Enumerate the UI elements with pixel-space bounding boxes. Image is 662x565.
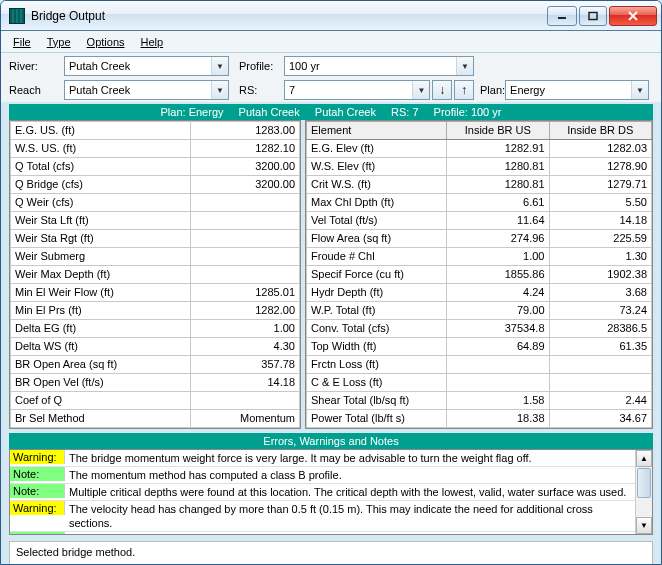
row-ds: 1282.03 — [549, 140, 652, 158]
svg-rect-1 — [589, 12, 597, 19]
profile-label: Profile: — [229, 60, 284, 72]
row-label: Weir Submerg — [11, 248, 191, 266]
row-value: 4.30 — [191, 338, 300, 356]
row-label: Weir Max Depth (ft) — [11, 266, 191, 284]
row-label: Vel Total (ft/s) — [307, 212, 447, 230]
row-us: 4.24 — [447, 284, 550, 302]
row-label: Top Width (ft) — [307, 338, 447, 356]
ewn-header: Errors, Warnings and Notes — [9, 433, 653, 449]
row-label: Shear Total (lb/sq ft) — [307, 392, 447, 410]
table-row: Min El Prs (ft)1282.00 — [11, 302, 300, 320]
row-value: 1285.01 — [191, 284, 300, 302]
row-value: 1283.00 — [191, 122, 300, 140]
table-row: Coef of Q — [11, 392, 300, 410]
col-element: Element — [307, 122, 447, 140]
row-label: W.S. Elev (ft) — [307, 158, 447, 176]
ewn-row: Note:Multiple critical depths were found… — [10, 484, 635, 501]
tables: E.G. US. (ft)1283.00W.S. US. (ft)1282.10… — [9, 120, 653, 429]
row-label: C & E Loss (ft) — [307, 374, 447, 392]
river-combo[interactable]: Putah Creek▼ — [64, 56, 229, 76]
ewn-row: Note:The energy method has computed a cl… — [10, 532, 635, 535]
row-label: Delta EG (ft) — [11, 320, 191, 338]
row-ds: 73.24 — [549, 302, 652, 320]
table-row: Max Chl Dpth (ft)6.615.50 — [307, 194, 652, 212]
row-value — [191, 212, 300, 230]
ewn-message: The bridge momentum weight force is very… — [65, 450, 536, 466]
row-ds: 1278.90 — [549, 158, 652, 176]
close-button[interactable] — [609, 6, 657, 26]
scroll-up-button[interactable]: ▲ — [636, 450, 652, 467]
row-us: 6.61 — [447, 194, 550, 212]
menubar: File Type Options Help — [1, 31, 661, 53]
menu-options[interactable]: Options — [81, 34, 131, 50]
chevron-down-icon: ▼ — [211, 81, 228, 99]
row-label: BR Open Vel (ft/s) — [11, 374, 191, 392]
chevron-down-icon: ▼ — [412, 81, 429, 99]
row-label: Weir Sta Rgt (ft) — [11, 230, 191, 248]
scrollbar[interactable]: ▲ ▼ — [635, 450, 652, 534]
row-us: 37534.8 — [447, 320, 550, 338]
reach-combo[interactable]: Putah Creek▼ — [64, 80, 229, 100]
row-label: Frctn Loss (ft) — [307, 356, 447, 374]
plan-combo[interactable]: Energy▼ — [505, 80, 649, 100]
row-us — [447, 356, 550, 374]
row-label: Q Bridge (cfs) — [11, 176, 191, 194]
row-ds: 3.68 — [549, 284, 652, 302]
row-label: Br Sel Method — [11, 410, 191, 428]
table-row: W.P. Total (ft)79.0073.24 — [307, 302, 652, 320]
rs-up-button[interactable]: ↑ — [454, 80, 474, 100]
menu-file[interactable]: File — [7, 34, 37, 50]
row-label: Weir Sta Lft (ft) — [11, 212, 191, 230]
row-label: Delta WS (ft) — [11, 338, 191, 356]
row-label: Specif Force (cu ft) — [307, 266, 447, 284]
table-row: Shear Total (lb/sq ft)1.582.44 — [307, 392, 652, 410]
row-ds: 34.67 — [549, 410, 652, 428]
row-ds: 61.35 — [549, 338, 652, 356]
table-row: W.S. Elev (ft)1280.811278.90 — [307, 158, 652, 176]
row-label: Coef of Q — [11, 392, 191, 410]
ewn-message: Multiple critical depths were found at t… — [65, 484, 630, 500]
table-row: Delta WS (ft)4.30 — [11, 338, 300, 356]
table-row: Specif Force (cu ft)1855.861902.38 — [307, 266, 652, 284]
table-row: Q Bridge (cfs)3200.00 — [11, 176, 300, 194]
row-us: 1.58 — [447, 392, 550, 410]
row-ds — [549, 374, 652, 392]
ewn-row: Warning:The bridge momentum weight force… — [10, 450, 635, 467]
row-us: 1.00 — [447, 248, 550, 266]
row-label: Power Total (lb/ft s) — [307, 410, 447, 428]
row-ds — [549, 356, 652, 374]
table-row: Crit W.S. (ft)1280.811279.71 — [307, 176, 652, 194]
table-row: BR Open Vel (ft/s)14.18 — [11, 374, 300, 392]
table-row: Hydr Depth (ft)4.243.68 — [307, 284, 652, 302]
row-value: 1282.10 — [191, 140, 300, 158]
menu-type[interactable]: Type — [41, 34, 77, 50]
scroll-down-button[interactable]: ▼ — [636, 517, 652, 534]
row-label: Flow Area (sq ft) — [307, 230, 447, 248]
ewn-tag: Note: — [10, 467, 65, 481]
river-label: River: — [9, 60, 64, 72]
chevron-down-icon: ▼ — [631, 81, 648, 99]
scroll-thumb[interactable] — [637, 468, 651, 498]
table-row: Froude # Chl1.001.30 — [307, 248, 652, 266]
maximize-button[interactable] — [579, 6, 607, 26]
table-row: Weir Sta Lft (ft) — [11, 212, 300, 230]
menu-help[interactable]: Help — [135, 34, 170, 50]
row-label: Hydr Depth (ft) — [307, 284, 447, 302]
profile-combo[interactable]: 100 yr▼ — [284, 56, 474, 76]
row-us: 1282.91 — [447, 140, 550, 158]
titlebar: Bridge Output — [1, 1, 661, 31]
minimize-button[interactable] — [547, 6, 577, 26]
row-us: 1280.81 — [447, 158, 550, 176]
row-value — [191, 230, 300, 248]
status-bar: Selected bridge method. — [9, 541, 653, 565]
rs-combo[interactable]: 7▼ — [284, 80, 430, 100]
row-ds: 225.59 — [549, 230, 652, 248]
table-row: Vel Total (ft/s)11.6414.18 — [307, 212, 652, 230]
row-ds: 1279.71 — [549, 176, 652, 194]
row-label: BR Open Area (sq ft) — [11, 356, 191, 374]
table-row: Delta EG (ft)1.00 — [11, 320, 300, 338]
row-label: Crit W.S. (ft) — [307, 176, 447, 194]
row-label: W.P. Total (ft) — [307, 302, 447, 320]
rs-down-button[interactable]: ↓ — [432, 80, 452, 100]
row-us: 1855.86 — [447, 266, 550, 284]
